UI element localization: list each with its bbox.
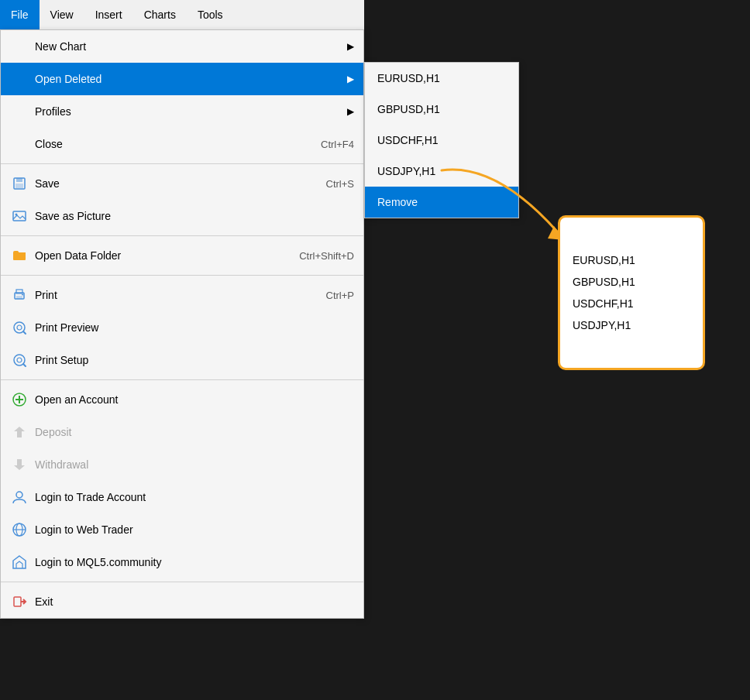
svg-rect-24	[14, 597, 21, 606]
menu-item-save-as-picture[interactable]: Save as Picture	[1, 200, 363, 232]
svg-point-13	[17, 358, 22, 362]
menu-item-login-trade[interactable]: Login to Trade Account	[1, 481, 363, 513]
menubar: File View Insert Charts Tools	[0, 0, 364, 29]
svg-point-8	[22, 294, 23, 296]
svg-rect-2	[15, 184, 23, 188]
print-preview-icon	[10, 318, 29, 337]
menu-item-open-account[interactable]: Open an Account	[1, 383, 363, 416]
print-icon	[10, 286, 29, 304]
divider-2	[1, 235, 363, 236]
close-icon	[10, 135, 29, 153]
menu-item-login-web[interactable]: Login to Web Trader	[1, 513, 363, 546]
menu-item-print[interactable]: Print Ctrl+P	[1, 279, 363, 311]
file-dropdown-menu: New Chart ▶ Open Deleted ▶ Profiles ▶ Cl…	[0, 29, 364, 619]
menu-item-withdrawal: Withdrawal	[1, 448, 363, 481]
menu-item-profiles[interactable]: Profiles ▶	[1, 95, 363, 128]
svg-line-11	[23, 331, 26, 334]
globe-icon	[10, 520, 29, 539]
new-chart-icon	[10, 37, 29, 56]
sub-eurusd-h1[interactable]: EURUSD,H1	[365, 63, 518, 94]
menu-item-close[interactable]: Close Ctrl+F4	[1, 128, 363, 160]
callout-usdchf: USDCHF,H1	[573, 293, 690, 314]
divider-3	[1, 275, 363, 276]
sub-usdchf-h1[interactable]: USDCHF,H1	[365, 125, 518, 156]
menubar-insert[interactable]: Insert	[84, 0, 133, 29]
svg-marker-18	[14, 427, 25, 438]
menu-item-open-data-folder[interactable]: Open Data Folder Ctrl+Shift+D	[1, 239, 363, 272]
svg-rect-3	[13, 211, 26, 221]
profiles-arrow: ▶	[347, 106, 354, 117]
callout-eurusd: EURUSD,H1	[573, 249, 690, 271]
profiles-icon	[10, 102, 29, 121]
callout-gbpusd: GBPUSD,H1	[573, 271, 690, 293]
open-deleted-arrow: ▶	[347, 74, 354, 84]
menubar-view[interactable]: View	[40, 0, 84, 29]
menu-item-login-mql5[interactable]: Login to MQL5.community	[1, 546, 363, 578]
menu-item-print-setup[interactable]: Print Setup	[1, 344, 363, 376]
menubar-file[interactable]: File	[0, 0, 40, 29]
svg-point-20	[16, 492, 22, 498]
menu-item-exit[interactable]: Exit	[1, 585, 363, 618]
menu-item-open-deleted[interactable]: Open Deleted ▶	[1, 63, 363, 95]
divider-5	[1, 582, 363, 582]
user-icon	[10, 488, 29, 506]
divider-1	[1, 163, 363, 164]
plus-icon	[10, 390, 29, 409]
svg-point-10	[17, 325, 22, 330]
svg-line-14	[23, 364, 26, 366]
menubar-charts[interactable]: Charts	[133, 0, 187, 29]
save-picture-icon	[10, 207, 29, 225]
menu-item-print-preview[interactable]: Print Preview	[1, 311, 363, 344]
mql5-icon	[10, 553, 29, 571]
menu-item-save[interactable]: Save Ctrl+S	[1, 167, 363, 200]
menubar-tools[interactable]: Tools	[187, 0, 234, 29]
callout-usdjpy: USDJPY,H1	[573, 314, 690, 336]
svg-marker-19	[14, 459, 25, 470]
callout-box: EURUSD,H1 GBPUSD,H1 USDCHF,H1 USDJPY,H1	[558, 215, 705, 370]
svg-rect-1	[16, 178, 22, 182]
menu-item-new-chart[interactable]: New Chart ▶	[1, 30, 363, 63]
sub-gbpusd-h1[interactable]: GBPUSD,H1	[365, 94, 518, 125]
withdrawal-icon	[10, 455, 29, 474]
folder-icon	[10, 246, 29, 265]
new-chart-arrow: ▶	[347, 41, 354, 52]
save-icon	[10, 174, 29, 193]
open-deleted-icon	[10, 70, 29, 88]
svg-rect-7	[16, 296, 22, 299]
divider-4	[1, 379, 363, 380]
deposit-icon	[10, 423, 29, 441]
print-setup-icon	[10, 351, 29, 369]
exit-icon	[10, 592, 29, 611]
menu-item-deposit: Deposit	[1, 416, 363, 448]
